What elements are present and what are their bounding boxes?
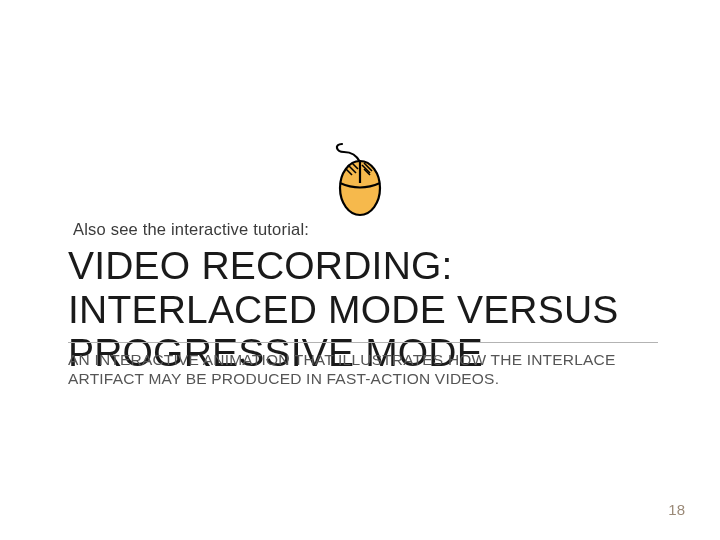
page-number: 18 (668, 501, 685, 518)
lead-in-text: Also see the interactive tutorial: (73, 220, 309, 239)
slide-subtitle: AN INTERACTIVE ANIMATION THAT ILLUSTRATE… (68, 350, 658, 389)
slide: Also see the interactive tutorial: VIDEO… (0, 0, 720, 540)
mouse-icon (330, 140, 390, 215)
divider (68, 342, 658, 343)
